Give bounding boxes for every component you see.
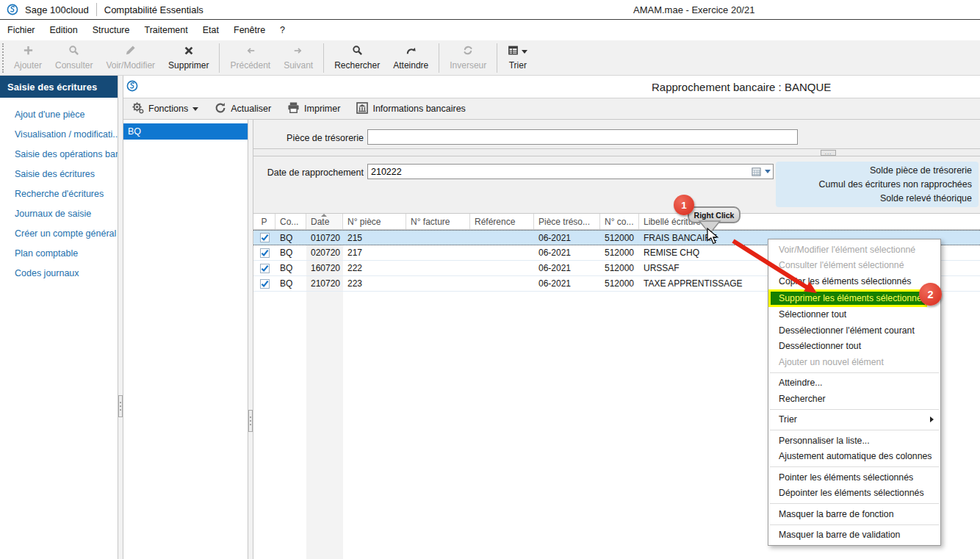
context-menu-item-trier[interactable]: Trier bbox=[768, 412, 940, 428]
chevron-down-icon bbox=[192, 107, 198, 111]
gear-icon bbox=[131, 101, 144, 116]
sidebar-item-saisie-des-critures[interactable]: Saisie des écritures bbox=[0, 164, 118, 184]
row-checkbox[interactable] bbox=[260, 279, 270, 289]
sidebar-item-codes-journaux[interactable]: Codes journaux bbox=[0, 263, 118, 283]
journal-item-bq[interactable]: BQ bbox=[123, 123, 248, 140]
context-menu-item-personnaliser-la-liste[interactable]: Personnaliser la liste... bbox=[768, 433, 940, 449]
context-menu-item-masquer-la-barre-de-validation[interactable]: Masquer la barre de validation bbox=[768, 527, 940, 544]
function-bar-label: Imprimer bbox=[304, 104, 340, 114]
context-menu-item-d-pointer-les-l-ments-s-lectionn-s[interactable]: Dépointer les éléments sélectionnés bbox=[768, 486, 940, 502]
column-header-date[interactable]: Date bbox=[306, 214, 343, 229]
sidebar-item-visualisation-modificati[interactable]: Visualisation / modificati... bbox=[0, 124, 118, 144]
window-title: AMAM.mae - Exercice 20/21 bbox=[633, 4, 754, 15]
context-menu-item-ajouter-un-nouvel-l-ment: Ajouter un nouvel élément bbox=[768, 354, 940, 370]
column-header-piece[interactable]: N° pièce bbox=[343, 214, 406, 229]
context-menu-item-atteindre[interactable]: Atteindre... bbox=[768, 375, 940, 392]
invert-icon bbox=[462, 45, 474, 58]
cell-piece: 217 bbox=[343, 248, 406, 258]
ajouter-button: Ajouter bbox=[7, 41, 48, 75]
menu-fen-tre[interactable]: Fenêtre bbox=[226, 20, 273, 40]
sidebar-item-plan-comptable[interactable]: Plan comptable bbox=[0, 243, 118, 263]
pr-c-dent-button: Précédent bbox=[223, 41, 277, 75]
step-1-badge: 1 bbox=[674, 195, 694, 215]
scrollbar-grip-button[interactable]: ... bbox=[821, 150, 836, 156]
submenu-arrow-icon bbox=[930, 416, 934, 422]
date-dropdown-button[interactable] bbox=[763, 170, 773, 173]
info-line-solde-relev-th-orique: Solde relevé théorique bbox=[782, 192, 972, 206]
row-checkbox[interactable] bbox=[260, 248, 270, 258]
date-rapprochement-input[interactable] bbox=[368, 167, 752, 177]
sidebar-splitter[interactable] bbox=[118, 76, 123, 559]
fonctions-button[interactable]: Fonctions bbox=[131, 101, 198, 116]
splitter-grip[interactable] bbox=[248, 410, 253, 432]
toolbar-button-label: Trier bbox=[509, 60, 527, 71]
column-header-reference[interactable]: Référence bbox=[470, 214, 534, 229]
context-menu-item-dess-lectionner-tout[interactable]: Dessélectionner tout bbox=[768, 339, 940, 355]
context-menu-item-supprimer-les-l-ments-s-lectionn-s[interactable]: Supprimer les éléments sélectionnés bbox=[768, 289, 927, 307]
atteindre-button[interactable]: Atteindre bbox=[386, 41, 435, 75]
context-menu-item-rechercher[interactable]: Rechercher bbox=[768, 391, 940, 407]
panel-splitter[interactable] bbox=[248, 120, 253, 559]
voir-modifier-button: Voir/Modifier bbox=[99, 41, 162, 75]
cell-date: 020720 bbox=[306, 248, 343, 258]
column-header-treso[interactable]: Pièce tréso... bbox=[534, 214, 600, 229]
column-header-check[interactable]: P bbox=[253, 214, 275, 229]
inverseur-button: Inverseur bbox=[443, 41, 493, 75]
menu-edition[interactable]: Edition bbox=[43, 20, 85, 40]
sidebar-item-journaux-de-saisie[interactable]: Journaux de saisie bbox=[0, 203, 118, 223]
context-menu-item-dess-lectionner-l-l-ment-courant[interactable]: Dessélectionner l'élément courant bbox=[768, 322, 940, 339]
menu-traitement[interactable]: Traitement bbox=[137, 20, 195, 40]
calendar-icon[interactable] bbox=[752, 167, 761, 176]
row-checkbox[interactable] bbox=[260, 233, 270, 242]
context-menu-item-ajustement-automatique-des-colonnes[interactable]: Ajustement automatique des colonnes bbox=[768, 449, 940, 465]
brand-divider bbox=[96, 3, 97, 16]
column-header-co[interactable]: Co... bbox=[275, 214, 306, 229]
menu-fichier[interactable]: Fichier bbox=[0, 20, 43, 40]
cell-check[interactable] bbox=[253, 233, 275, 242]
context-menu-item-pointer-les-l-ments-s-lectionn-s[interactable]: Pointer les éléments sélectionnés bbox=[768, 469, 940, 486]
app-top-bar: Sage 100cloud Comptabilité Essentials AM… bbox=[0, 0, 980, 20]
piece-tresorerie-input[interactable] bbox=[367, 129, 798, 145]
trier-button[interactable]: Trier bbox=[501, 41, 534, 75]
context-menu-item-voir-modifier-l-l-ment-s-lectionn: Voir/Modifier l'élément sélectionné bbox=[768, 242, 940, 258]
menu-[interactable]: ? bbox=[273, 20, 292, 40]
imprimer-button[interactable]: Imprimer bbox=[287, 102, 340, 115]
cell-check[interactable] bbox=[253, 248, 275, 258]
sage-window-icon bbox=[126, 80, 138, 95]
sort-ascending-icon bbox=[321, 214, 327, 217]
menu-etat[interactable]: Etat bbox=[195, 20, 226, 40]
cell-check[interactable] bbox=[253, 264, 275, 273]
menu-structure[interactable]: Structure bbox=[85, 20, 137, 40]
cell-co: BQ bbox=[275, 263, 306, 273]
sage-logo-icon bbox=[7, 4, 18, 15]
context-menu-item-s-lectionner-tout[interactable]: Sélectionner tout bbox=[768, 307, 940, 323]
function-bar-label: Fonctions bbox=[148, 104, 188, 114]
column-header-compte[interactable]: N° co... bbox=[600, 214, 639, 229]
actualiser-button[interactable]: Actualiser bbox=[215, 102, 271, 116]
toolbar-grip[interactable] bbox=[2, 43, 4, 73]
close-icon bbox=[184, 46, 194, 58]
horizontal-scrollbar[interactable]: ... bbox=[253, 148, 980, 156]
row-checkbox[interactable] bbox=[260, 264, 270, 273]
menu-separator bbox=[770, 503, 939, 504]
cell-treso: 06-2021 bbox=[534, 233, 600, 243]
sidebar-item-ajout-d-une-pi-ce[interactable]: Ajout d'une pièce bbox=[0, 104, 118, 124]
sidebar-items: Ajout d'une pièceVisualisation / modific… bbox=[0, 98, 118, 283]
sidebar-item-recherche-d-critures[interactable]: Recherche d'écritures bbox=[0, 184, 118, 203]
context-menu: Voir/Modifier l'élément sélectionnéConsu… bbox=[768, 239, 941, 546]
rechercher-button[interactable]: Rechercher bbox=[328, 41, 386, 75]
plus-icon bbox=[23, 45, 34, 58]
cell-co: BQ bbox=[275, 248, 306, 258]
cell-check[interactable] bbox=[253, 279, 275, 289]
column-header-facture[interactable]: N° facture bbox=[406, 214, 470, 229]
context-menu-item-copier-les-l-ments-s-lectionn-s[interactable]: Copier les éléments sélectionnés bbox=[768, 273, 940, 289]
splitter-grip[interactable] bbox=[118, 395, 123, 417]
menu-bar: FichierEditionStructureTraitementEtatFen… bbox=[0, 20, 980, 40]
goto-arrow-icon bbox=[406, 45, 417, 58]
context-menu-item-masquer-la-barre-de-fonction[interactable]: Masquer la barre de fonction bbox=[768, 506, 940, 522]
supprimer-button[interactable]: Supprimer bbox=[162, 41, 215, 75]
informations-bancaires-button[interactable]: Informations bancaires bbox=[356, 102, 465, 116]
step-2-badge: 2 bbox=[919, 283, 942, 306]
sidebar-item-saisie-des-op-rations-ban[interactable]: Saisie des opérations ban... bbox=[0, 144, 118, 164]
sidebar-item-cr-er-un-compte-g-n-ral[interactable]: Créer un compte général bbox=[0, 223, 118, 243]
